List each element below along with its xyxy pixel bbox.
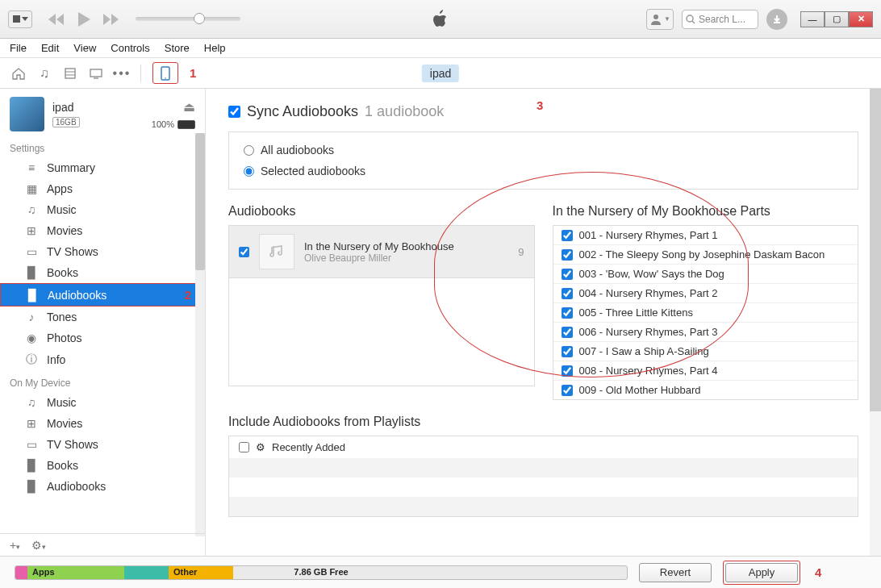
info-icon: ⓘ — [24, 352, 39, 367]
menu-edit[interactable]: Edit — [41, 42, 59, 54]
device-name-pill[interactable]: ipad — [422, 65, 459, 82]
prev-track-icon[interactable] — [47, 12, 66, 27]
svg-line-2 — [692, 21, 695, 23]
battery-indicator: 100% — [152, 119, 195, 129]
menu-view[interactable]: View — [73, 42, 96, 54]
download-button[interactable] — [766, 9, 787, 30]
close-button[interactable]: ✕ — [849, 11, 873, 27]
menu-bar: File Edit View Controls Store Help — [0, 39, 881, 58]
storage-seg-apps: Apps — [27, 566, 124, 579]
more-icon[interactable]: ••• — [115, 66, 129, 81]
playlist-row[interactable]: ⚙ Recently Added — [229, 436, 858, 458]
device-button[interactable] — [152, 62, 178, 84]
sync-audiobooks-checkbox[interactable] — [228, 106, 240, 118]
content-pane: Sync Audiobooks 1 audiobook 3 All audiob… — [206, 89, 881, 556]
part-label: 002 - The Sleepy Song by Josephine Daska… — [579, 248, 825, 261]
sidebar-device-audiobooks[interactable]: ▉Audiobooks — [0, 476, 205, 497]
sidebar-item-audiobooks[interactable]: ▉Audiobooks2 — [0, 283, 205, 307]
part-row[interactable]: 004 - Nursery Rhymes, Part 2 — [553, 284, 858, 303]
revert-button[interactable]: Revert — [639, 563, 712, 582]
menu-file[interactable]: File — [10, 42, 27, 54]
playlist-checkbox[interactable] — [239, 442, 249, 452]
sidebar-device-books[interactable]: ▉Books — [0, 455, 205, 476]
sidebar-item-photos[interactable]: ◉Photos — [0, 327, 205, 348]
sync-count: 1 audiobook — [365, 103, 444, 120]
minimize-button[interactable]: — — [800, 11, 825, 27]
content-scrollbar[interactable] — [870, 89, 881, 556]
menu-controls[interactable]: Controls — [111, 42, 149, 54]
part-row[interactable]: 008 - Nursery Rhymes, Part 4 — [553, 361, 858, 381]
maximize-button[interactable]: ▢ — [825, 11, 849, 27]
svg-point-0 — [653, 15, 658, 19]
sidebar-scrollbar[interactable] — [195, 133, 205, 536]
summary-icon: ≡ — [24, 161, 39, 174]
play-icon[interactable] — [76, 10, 92, 28]
radio-selected-audiobooks[interactable]: Selected audiobooks — [244, 165, 843, 177]
part-checkbox[interactable] — [562, 269, 573, 280]
part-row[interactable]: 006 - Nursery Rhymes, Part 3 — [553, 323, 858, 342]
sidebar-item-tones[interactable]: ♪Tones — [0, 307, 205, 327]
music-icon: ♫ — [24, 203, 39, 216]
menu-help[interactable]: Help — [204, 42, 226, 54]
audiobook-row[interactable]: In the Nursery of My Bookhouse Olive Bea… — [229, 226, 534, 278]
photos-icon: ◉ — [24, 332, 39, 344]
sidebar-item-music[interactable]: ♫Music — [0, 199, 205, 220]
tv-icon: ▭ — [24, 245, 39, 258]
music-tab-icon[interactable]: ♫ — [37, 66, 52, 81]
view-mode-toggle[interactable] — [8, 10, 32, 28]
sidebar-item-summary[interactable]: ≡Summary — [0, 157, 205, 178]
movies-tab-icon[interactable] — [63, 66, 77, 81]
part-checkbox[interactable] — [562, 346, 573, 357]
sidebar-device-movies[interactable]: ⊞Movies — [0, 413, 205, 434]
part-checkbox[interactable] — [562, 385, 573, 396]
part-checkbox[interactable] — [562, 307, 573, 319]
part-checkbox[interactable] — [562, 288, 573, 299]
part-label: 005 - Three Little Kittens — [579, 307, 693, 319]
tv-tab-icon[interactable] — [89, 66, 103, 81]
part-checkbox[interactable] — [562, 365, 573, 377]
tones-icon: ♪ — [24, 311, 39, 323]
sidebar: ipad 16GB ⏏ 100% Settings ≡Summary ▦Apps… — [0, 89, 206, 556]
sidebar-item-books[interactable]: ▉Books — [0, 262, 205, 283]
part-checkbox[interactable] — [562, 249, 573, 261]
sidebar-device-music[interactable]: ♫Music — [0, 392, 205, 413]
audiobooks-list: In the Nursery of My Bookhouse Olive Bea… — [228, 225, 535, 386]
part-row[interactable]: 003 - 'Bow, Wow' Says the Dog — [553, 265, 858, 284]
device-thumbnail — [10, 97, 44, 131]
part-row[interactable]: 005 - Three Little Kittens — [553, 303, 858, 323]
part-checkbox[interactable] — [562, 327, 573, 338]
storage-free-label: 7.86 GB Free — [294, 567, 348, 577]
next-track-icon[interactable] — [102, 12, 121, 27]
sidebar-device-tvshows[interactable]: ▭TV Shows — [0, 434, 205, 455]
apple-logo-icon — [432, 10, 449, 29]
account-button[interactable]: ▼ — [646, 9, 674, 30]
sidebar-item-tvshows[interactable]: ▭TV Shows — [0, 241, 205, 262]
sidebar-item-apps[interactable]: ▦Apps — [0, 178, 205, 199]
gear-button[interactable]: ⚙▾ — [31, 539, 46, 552]
search-input[interactable]: Search L... — [682, 10, 758, 29]
playlist-row-empty — [229, 497, 858, 516]
callout-2: 2 — [185, 288, 191, 302]
device-header: ipad 16GB ⏏ 100% — [0, 89, 205, 136]
audiobook-checkbox[interactable] — [239, 247, 249, 257]
home-icon[interactable] — [11, 66, 26, 81]
part-row[interactable]: 007 - I Saw a Ship A-Sailing — [553, 342, 858, 361]
part-row[interactable]: 002 - The Sleepy Song by Josephine Daska… — [553, 245, 858, 265]
radio-all-audiobooks[interactable]: All audiobooks — [244, 144, 843, 156]
download-icon — [771, 14, 783, 25]
sidebar-item-info[interactable]: ⓘInfo — [0, 348, 205, 371]
volume-slider[interactable] — [136, 17, 240, 21]
sidebar-item-movies[interactable]: ⊞Movies — [0, 220, 205, 241]
part-row[interactable]: 009 - Old Mother Hubbard — [553, 381, 858, 399]
add-button[interactable]: +▾ — [10, 539, 20, 552]
person-icon — [649, 13, 662, 26]
ipad-icon — [160, 66, 171, 81]
apply-button[interactable]: Apply — [725, 563, 798, 582]
part-checkbox[interactable] — [562, 230, 573, 241]
part-row[interactable]: 001 - Nursery Rhymes, Part 1 — [553, 226, 858, 245]
eject-icon[interactable]: ⏏ — [183, 99, 195, 115]
gear-icon: ⚙ — [256, 441, 265, 453]
menu-store[interactable]: Store — [165, 42, 190, 54]
part-label: 003 - 'Bow, Wow' Says the Dog — [579, 268, 724, 280]
search-icon — [686, 15, 695, 24]
